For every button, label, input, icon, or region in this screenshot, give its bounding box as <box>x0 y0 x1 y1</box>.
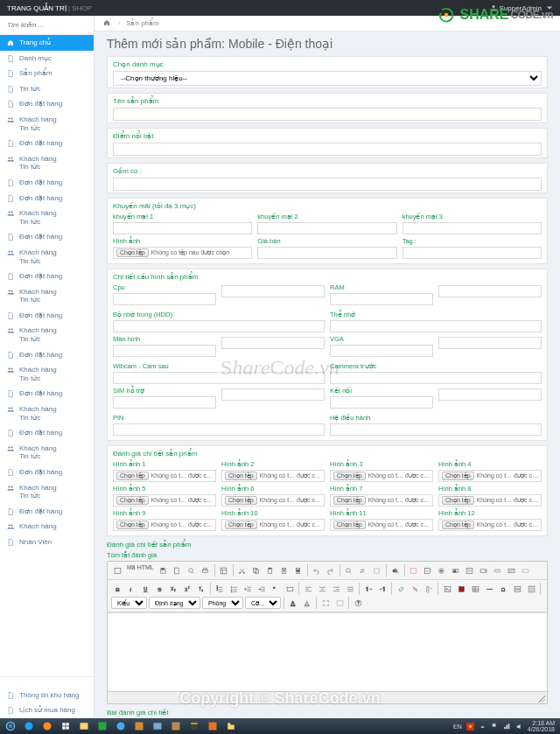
print-button[interactable] <box>200 564 212 577</box>
product-name-input[interactable] <box>113 108 542 121</box>
taskbar-app[interactable] <box>57 719 74 733</box>
help-button[interactable]: ? <box>352 597 364 609</box>
font-select[interactable]: Phông <box>202 597 243 609</box>
spec-input[interactable] <box>113 372 325 384</box>
rfm-button[interactable]: Tx <box>195 583 207 595</box>
price-input[interactable] <box>257 247 396 259</box>
sidebar-item[interactable]: Tin tức <box>0 81 94 97</box>
sidebar-item[interactable]: Khách hàngTin tức <box>0 284 94 308</box>
spec-input[interactable] <box>330 396 433 409</box>
pastet-button[interactable]: T <box>278 564 290 577</box>
sidebar-item[interactable]: Đơn đặt hàng <box>0 465 94 480</box>
rad-button[interactable] <box>436 564 448 577</box>
spec-input[interactable] <box>330 293 433 305</box>
flash-button[interactable]: f <box>455 583 467 595</box>
spec-input[interactable] <box>330 345 433 357</box>
char-button[interactable]: Ω <box>497 583 509 595</box>
bold-button[interactable]: B <box>111 583 123 595</box>
image-file-picker[interactable]: Chọn tệpKhông có t… được chọn <box>221 470 325 482</box>
sidebar-item[interactable]: Khách hàngTin tức <box>0 402 94 425</box>
tcol-button[interactable]: A <box>287 597 299 609</box>
ind-button[interactable] <box>256 583 268 595</box>
quote-button[interactable]: ” <box>270 583 282 595</box>
taskbar-app[interactable] <box>222 719 240 733</box>
spec-input[interactable] <box>221 285 325 297</box>
sidebar-item[interactable]: Đơn đặt hàng <box>0 425 94 441</box>
sidebar-item[interactable]: Đơn đặt hàng <box>0 347 94 363</box>
spec-input[interactable] <box>438 337 542 349</box>
image-file-picker[interactable]: Chọn tệpKhông có t… được chọn <box>438 519 542 531</box>
hid-button[interactable] <box>520 564 532 577</box>
cut-button[interactable] <box>236 564 248 577</box>
newp-button[interactable] <box>172 564 184 577</box>
promo2-input[interactable] <box>257 222 396 234</box>
taskbar-app[interactable] <box>38 719 56 733</box>
save-button[interactable] <box>158 564 170 577</box>
sidebar-item[interactable]: Đơn đặt hàng <box>0 269 94 284</box>
tmpl-button[interactable] <box>218 564 230 577</box>
sup-button[interactable]: X2 <box>181 583 193 595</box>
image-file-picker[interactable]: Chọn tệpKhông có t… được chọn <box>113 494 216 507</box>
format-select[interactable]: Định dạng <box>149 597 200 609</box>
image-file-picker[interactable]: Chọn tệpKhông có t… được chọn <box>113 470 216 482</box>
spec-input[interactable] <box>113 320 325 332</box>
sidebar-footer-item[interactable]: Thông tin kho hàng <box>0 688 94 703</box>
prev-button[interactable] <box>186 564 198 577</box>
sidebar-item[interactable]: Đơn đặt hàng <box>0 96 94 112</box>
image-file-picker[interactable]: Chọn tệpKhông có t… được chọn <box>438 494 542 507</box>
spec-input[interactable] <box>330 320 542 332</box>
find-button[interactable] <box>343 564 355 577</box>
rtl-button[interactable]: ¶ <box>376 583 388 595</box>
spell-button[interactable]: ab <box>389 564 402 577</box>
sidebar-item[interactable]: Đơn đặt hàng <box>0 308 94 324</box>
promo1-input[interactable] <box>113 222 252 234</box>
sidebar-item[interactable]: Nhân Viên <box>0 535 94 550</box>
spec-input[interactable] <box>221 337 325 349</box>
anch-button[interactable] <box>423 583 435 595</box>
form-button[interactable] <box>408 564 420 577</box>
start-button[interactable] <box>2 719 19 733</box>
search-input[interactable] <box>0 16 94 35</box>
promo3-input[interactable] <box>402 222 542 234</box>
taskbar-app[interactable] <box>149 719 166 733</box>
spec-input[interactable] <box>221 388 325 401</box>
sidebar-item[interactable]: Đơn đặt hàng <box>0 504 94 520</box>
tbl-button[interactable] <box>469 583 481 595</box>
image-file-picker[interactable]: Chọn tệpKhông có t… được chọn <box>221 519 325 531</box>
undo-button[interactable] <box>311 564 323 577</box>
system-tray[interactable]: EN 2:18 AM 4/26/2018 <box>453 720 558 732</box>
taskbar-app[interactable] <box>112 719 130 733</box>
out-button[interactable] <box>242 583 254 595</box>
sidebar-item[interactable]: Đơn đặt hàng <box>0 229 94 245</box>
style-select[interactable]: Kiểu <box>111 597 147 609</box>
ifr-button[interactable] <box>525 583 537 595</box>
copy-button[interactable] <box>250 564 262 577</box>
olist-button[interactable]: 12 <box>214 583 226 595</box>
unlk-button[interactable] <box>409 583 421 595</box>
redo-button[interactable] <box>325 564 337 577</box>
comes-with-input[interactable] <box>113 178 542 191</box>
imgb-button[interactable] <box>506 564 518 577</box>
sidebar-item[interactable]: Danh mục <box>0 51 94 66</box>
user-menu[interactable]: SupperAdmin <box>490 4 553 12</box>
image-file-picker[interactable]: Chọn tệpKhông có t… được chọn <box>330 519 433 531</box>
taskbar-app[interactable] <box>130 719 148 733</box>
spec-input[interactable] <box>113 396 216 409</box>
sel-button[interactable] <box>371 564 383 577</box>
sub-button[interactable]: X2 <box>167 583 179 595</box>
brand-select[interactable]: --Chọn thương hiệu-- <box>113 71 542 86</box>
spec-input[interactable] <box>113 345 216 357</box>
sidebar-item[interactable]: Sản phẩm <box>0 66 94 81</box>
blk-button[interactable] <box>333 597 346 609</box>
ital-button[interactable]: I <box>125 583 137 595</box>
sidebar-item[interactable]: Khách hàngTin tức <box>0 441 94 465</box>
image-file-picker[interactable]: Chọn tệpKhông có t… được chọn <box>330 470 433 482</box>
taskbar-app[interactable] <box>94 719 111 733</box>
taskbar-app[interactable] <box>167 719 185 733</box>
img-button[interactable] <box>441 583 453 595</box>
strk-button[interactable]: S <box>153 583 165 595</box>
sidebar-item[interactable]: Đơn đặt hàng <box>0 175 94 191</box>
spec-input[interactable] <box>113 293 216 305</box>
sidebar-item[interactable]: Đơn đặt hàng <box>0 136 94 151</box>
source-button[interactable] <box>111 564 123 577</box>
